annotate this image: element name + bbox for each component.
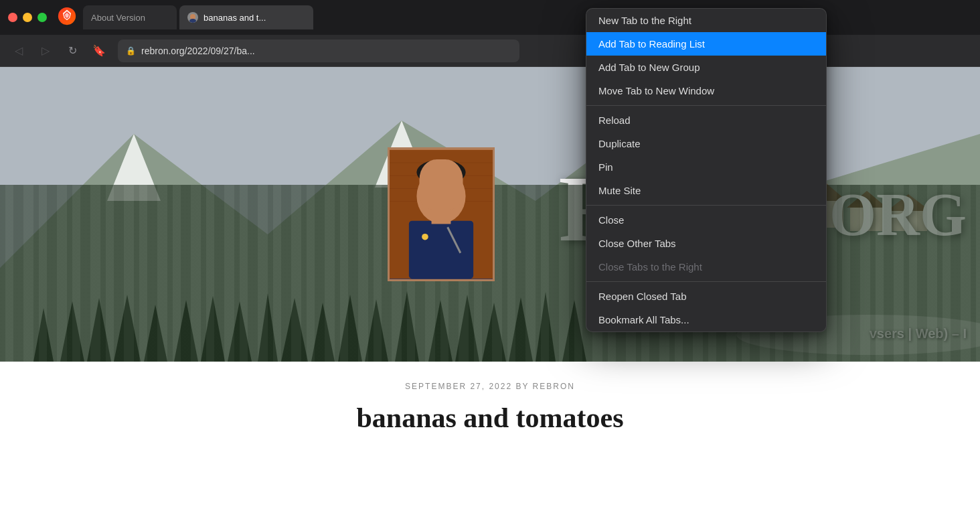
svg-point-1	[190, 14, 195, 19]
svg-marker-33	[887, 194, 930, 211]
svg-marker-17	[281, 298, 308, 362]
svg-rect-30	[850, 208, 884, 231]
svg-line-48	[457, 196, 462, 198]
svg-marker-21	[395, 291, 419, 362]
menu-item-duplicate[interactable]: Duplicate	[586, 132, 826, 155]
tab-favicon	[187, 12, 198, 23]
svg-marker-9	[60, 301, 84, 362]
article-title: bananas and tomatoes	[27, 402, 953, 434]
reload-button[interactable]: ↻	[62, 40, 83, 62]
forward-button[interactable]: ▷	[35, 40, 56, 62]
svg-point-49	[429, 196, 434, 201]
svg-marker-31	[847, 191, 887, 208]
svg-point-52	[422, 234, 428, 240]
address-bar[interactable]: 🔒 rebron.org/2022/09/27/ba...	[118, 40, 519, 62]
svg-line-47	[420, 196, 425, 198]
menu-item-add-new-group[interactable]: Add Tab to New Group	[586, 56, 826, 79]
svg-point-43	[416, 159, 465, 185]
url-display: rebron.org/2022/09/27/ba...	[141, 46, 255, 56]
tab-active[interactable]: bananas and t...	[179, 5, 313, 29]
menu-item-reopen-closed-tab[interactable]: Reopen Closed Tab	[586, 285, 826, 308]
svg-marker-14	[201, 296, 225, 362]
back-icon: ◁	[15, 44, 23, 57]
menu-separator-3	[586, 105, 826, 106]
hero-description-text: vsers | Web) – I	[870, 326, 967, 342]
svg-rect-40	[409, 221, 473, 279]
svg-rect-32	[890, 211, 927, 231]
back-button[interactable]: ◁	[8, 40, 29, 62]
menu-item-pin[interactable]: Pin	[586, 155, 826, 179]
svg-marker-22	[428, 300, 453, 362]
menu-item-new-tab-right[interactable]: New Tab to the Right	[586, 9, 826, 32]
tab-about-label: About Version	[91, 13, 145, 23]
svg-rect-45	[443, 194, 457, 202]
reload-icon: ↻	[68, 44, 77, 57]
svg-marker-20	[365, 299, 388, 362]
context-menu: New Tab to the RightAdd Tab to Reading L…	[586, 8, 827, 332]
menu-separator-7	[586, 205, 826, 206]
menu-item-move-new-window[interactable]: Move Tab to New Window	[586, 79, 826, 102]
profile-image	[388, 147, 495, 281]
hero-background: R ORG vsers | Web) – I	[0, 67, 980, 362]
page-content: R ORG vsers | Web) – I SEPTEMBER 27, 202…	[0, 67, 980, 525]
svg-marker-25	[509, 297, 533, 362]
menu-item-mute-site[interactable]: Mute Site	[586, 179, 826, 202]
article-content: SEPTEMBER 27, 2022 BY REBRON bananas and…	[0, 362, 980, 525]
svg-marker-12	[144, 305, 167, 362]
svg-marker-16	[258, 293, 278, 362]
minimize-button[interactable]	[23, 13, 32, 22]
maximize-button[interactable]	[37, 13, 47, 22]
svg-marker-11	[114, 295, 141, 362]
bookmark-button[interactable]: 🔖	[88, 40, 110, 62]
svg-marker-15	[228, 301, 252, 362]
titlebar: About Version bananas and t...	[0, 0, 980, 35]
menu-item-bookmark-all-tabs[interactable]: Bookmark All Tabs...	[586, 308, 826, 331]
traffic-lights	[8, 13, 47, 22]
svg-marker-19	[338, 295, 362, 362]
forward-icon: ▷	[42, 44, 50, 57]
svg-point-2	[189, 19, 196, 23]
svg-marker-8	[33, 308, 54, 362]
svg-marker-18	[311, 303, 335, 362]
menu-item-close[interactable]: Close	[586, 208, 826, 232]
svg-point-42	[416, 169, 465, 224]
svg-marker-23	[455, 295, 479, 362]
tab-active-label: bananas and t...	[203, 13, 266, 23]
menu-separator-10	[586, 281, 826, 282]
article-meta: SEPTEMBER 27, 2022 BY REBRON	[27, 382, 953, 391]
bookmark-icon: 🔖	[92, 44, 106, 57]
menu-item-add-reading-list[interactable]: Add Tab to Reading List	[586, 32, 826, 56]
svg-marker-27	[562, 300, 586, 362]
hero-org-text: ORG	[829, 180, 967, 249]
menu-item-reload[interactable]: Reload	[586, 108, 826, 132]
tab-about[interactable]: About Version	[83, 5, 177, 29]
svg-marker-26	[536, 292, 556, 362]
lock-icon: 🔒	[126, 46, 136, 56]
menu-item-close-tabs-right: Close Tabs to the Right	[586, 255, 826, 279]
brave-logo	[58, 7, 76, 28]
menu-item-close-other-tabs[interactable]: Close Other Tabs	[586, 232, 826, 255]
svg-rect-44	[425, 194, 439, 202]
svg-point-50	[447, 196, 453, 201]
close-button[interactable]	[8, 13, 17, 22]
svg-marker-13	[174, 300, 198, 362]
svg-marker-24	[482, 303, 506, 362]
svg-marker-10	[87, 298, 111, 362]
toolbar: ◁ ▷ ↻ 🔖 🔒 rebron.org/2022/09/27/ba...	[0, 35, 980, 67]
